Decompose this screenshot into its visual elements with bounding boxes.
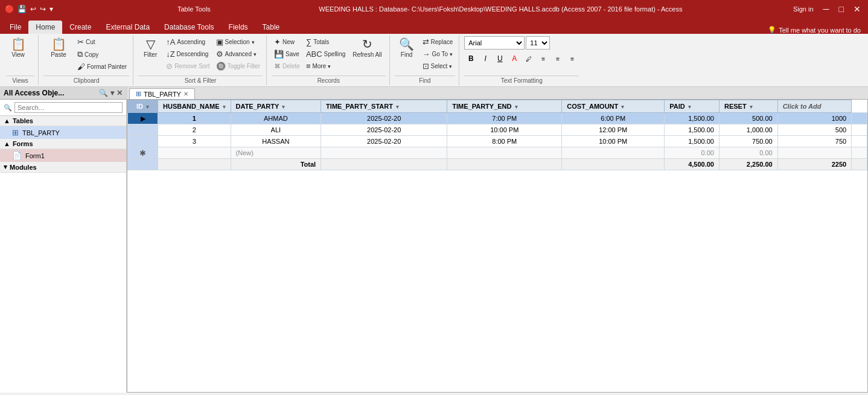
quick-access-dropdown[interactable]: ▾ bbox=[49, 5, 53, 13]
refresh-all-button[interactable]: ↻ Refresh All bbox=[349, 36, 385, 60]
font-size-select[interactable]: 11 bbox=[526, 36, 550, 50]
go-to-button[interactable]: → Go To ▾ bbox=[420, 48, 456, 60]
cell-id-1[interactable]: 1 bbox=[158, 113, 231, 124]
col-header-click-to-add[interactable]: Click to Add bbox=[777, 100, 852, 113]
modules-section-header[interactable]: ▾ Modules bbox=[0, 162, 126, 173]
col-header-cost[interactable]: COST_AMOUNT ▾ bbox=[562, 100, 665, 113]
sidebar-close-icon[interactable]: ✕ bbox=[116, 89, 123, 97]
cell-time-start-1[interactable]: 7:00 PM bbox=[447, 113, 562, 124]
cell-id-2[interactable]: 2 bbox=[158, 124, 231, 136]
italic-button[interactable]: I bbox=[479, 52, 492, 65]
tab-table[interactable]: Table bbox=[255, 21, 287, 34]
underline-button[interactable]: U bbox=[493, 52, 506, 65]
col-header-date-party[interactable]: DATE_PARTY ▾ bbox=[231, 100, 321, 113]
cell-time-end-3[interactable]: 10:00 PM bbox=[562, 136, 665, 147]
cell-id-3[interactable]: 3 bbox=[158, 136, 231, 147]
toggle-filter-button[interactable]: 🔘 Toggle Filter bbox=[214, 60, 263, 72]
more-button[interactable]: ≡ More ▾ bbox=[304, 60, 348, 72]
find-button[interactable]: 🔍 Find bbox=[395, 36, 419, 60]
cell-husband-2[interactable]: ALI bbox=[231, 124, 321, 136]
table-row[interactable]: 3 HASSAN 2025-02-20 8:00 PM 10:00 PM 1,5… bbox=[128, 136, 867, 147]
cell-time-end-2[interactable]: 12:00 PM bbox=[562, 124, 665, 136]
advanced-label: Advanced bbox=[225, 51, 252, 57]
cell-cost-1[interactable]: 1,500.00 bbox=[665, 113, 720, 124]
total-reset-cell: 2250 bbox=[777, 159, 852, 170]
cell-time-end-1[interactable]: 6:00 PM bbox=[562, 113, 665, 124]
cell-time-start-2[interactable]: 10:00 PM bbox=[447, 124, 562, 136]
quick-access-undo[interactable]: ↩ bbox=[30, 5, 36, 13]
save-record-label: Save bbox=[286, 51, 299, 57]
col-header-id[interactable]: ID ▾ bbox=[128, 100, 158, 113]
sidebar-item-form1[interactable]: 📄 Form1 bbox=[0, 149, 126, 162]
tab-external-data[interactable]: External Data bbox=[98, 21, 157, 34]
cell-reset-3[interactable]: 750 bbox=[777, 136, 852, 147]
delete-record-button[interactable]: ✖ Delete bbox=[272, 60, 302, 72]
paste-button[interactable]: 📋 Paste bbox=[43, 36, 74, 60]
doc-tab-tbl-party[interactable]: ⊞ TBL_PARTY ✕ bbox=[129, 88, 195, 99]
col-header-paid[interactable]: PAID ▾ bbox=[665, 100, 720, 113]
quick-access-redo[interactable]: ↪ bbox=[40, 5, 46, 13]
cell-paid-3[interactable]: 750.00 bbox=[719, 136, 777, 147]
col-header-reset[interactable]: RESET ▾ bbox=[719, 100, 777, 113]
cut-button[interactable]: ✂ Cut bbox=[75, 36, 129, 48]
table-row[interactable]: ▶ 1 AHMAD 2025-02-20 7:00 PM 6:00 PM 1,5… bbox=[128, 113, 867, 124]
new-record-button[interactable]: ✦ New bbox=[272, 36, 302, 48]
view-button[interactable]: 📋 View bbox=[6, 36, 30, 60]
cell-reset-1[interactable]: 1000 bbox=[777, 113, 852, 124]
table-row[interactable]: 2 ALI 2025-02-20 10:00 PM 12:00 PM 1,500… bbox=[128, 124, 867, 136]
align-center-button[interactable]: ≡ bbox=[551, 52, 564, 65]
tab-home[interactable]: Home bbox=[28, 21, 62, 34]
col-header-husband-name[interactable]: HUSBAND_NAME ▾ bbox=[158, 100, 231, 113]
cell-reset-2[interactable]: 500 bbox=[777, 124, 852, 136]
col-header-time-start[interactable]: TIME_PARTY_START ▾ bbox=[321, 100, 447, 113]
tab-database-tools[interactable]: Database Tools bbox=[157, 21, 222, 34]
copy-button[interactable]: ⧉ Copy bbox=[75, 48, 129, 60]
advanced-button[interactable]: ⚙ Advanced ▾ bbox=[214, 48, 263, 60]
align-right-button[interactable]: ≡ bbox=[566, 52, 579, 65]
font-select[interactable]: Arial bbox=[464, 36, 525, 50]
cell-husband-1[interactable]: AHMAD bbox=[231, 113, 321, 124]
quick-access-save[interactable]: 💾 bbox=[18, 5, 27, 13]
col-header-time-end[interactable]: TIME_PARTY_END ▾ bbox=[447, 100, 562, 113]
tables-section-header[interactable]: ▲ Tables bbox=[0, 116, 126, 126]
replace-button[interactable]: ⇄ Replace bbox=[420, 36, 456, 48]
cell-date-1[interactable]: 2025-02-20 bbox=[321, 113, 447, 124]
cell-paid-1[interactable]: 500.00 bbox=[719, 113, 777, 124]
save-record-button[interactable]: 💾 Save bbox=[272, 48, 302, 60]
totals-button[interactable]: ∑ Totals bbox=[304, 36, 348, 48]
cell-date-3[interactable]: 2025-02-20 bbox=[321, 136, 447, 147]
cell-cost-3[interactable]: 1,500.00 bbox=[665, 136, 720, 147]
font-color-button[interactable]: A bbox=[508, 52, 521, 65]
tab-file[interactable]: File bbox=[2, 21, 28, 34]
tab-create[interactable]: Create bbox=[62, 21, 98, 34]
forms-section-header[interactable]: ▲ Forms bbox=[0, 139, 126, 149]
cell-cost-2[interactable]: 1,500.00 bbox=[665, 124, 720, 136]
align-left-button[interactable]: ≡ bbox=[537, 52, 550, 65]
tell-me-input[interactable]: Tell me what you want to do bbox=[779, 27, 861, 34]
sidebar-menu-icon[interactable]: ▾ bbox=[110, 89, 114, 97]
cell-date-2[interactable]: 2025-02-20 bbox=[321, 124, 447, 136]
remove-sort-button[interactable]: ⊘ Remove Sort bbox=[164, 60, 212, 72]
ascending-button[interactable]: ↑A Ascending bbox=[164, 36, 212, 48]
spelling-button[interactable]: ABC Spelling bbox=[304, 48, 348, 60]
table-new-row[interactable]: ✱ (New) 0.00 0.00 bbox=[128, 147, 867, 159]
restore-button[interactable]: □ bbox=[837, 4, 846, 14]
format-painter-button[interactable]: 🖌 Format Painter bbox=[75, 61, 129, 72]
sidebar-search-input[interactable] bbox=[14, 102, 123, 113]
tab-fields[interactable]: Fields bbox=[222, 21, 255, 34]
selection-button[interactable]: ▣ Selection ▾ bbox=[214, 36, 263, 48]
close-button[interactable]: ✕ bbox=[851, 4, 863, 14]
descending-button[interactable]: ↓Z Descending bbox=[164, 48, 212, 60]
sidebar-search-icon[interactable]: 🔍 bbox=[99, 89, 108, 97]
filter-button[interactable]: ▽ Filter bbox=[138, 36, 162, 60]
bold-button[interactable]: B bbox=[464, 52, 477, 65]
cell-husband-3[interactable]: HASSAN bbox=[231, 136, 321, 147]
sign-in-link[interactable]: Sign in bbox=[791, 5, 816, 13]
minimize-button[interactable]: ─ bbox=[821, 4, 832, 14]
highlight-button[interactable]: 🖊 bbox=[522, 52, 535, 65]
cell-paid-2[interactable]: 1,000.00 bbox=[719, 124, 777, 136]
select-button[interactable]: ⊡ Select ▾ bbox=[420, 60, 456, 72]
sidebar-item-tbl-party[interactable]: ⊞ TBL_PARTY bbox=[0, 126, 126, 139]
doc-tab-close-button[interactable]: ✕ bbox=[183, 91, 188, 97]
cell-time-start-3[interactable]: 8:00 PM bbox=[447, 136, 562, 147]
